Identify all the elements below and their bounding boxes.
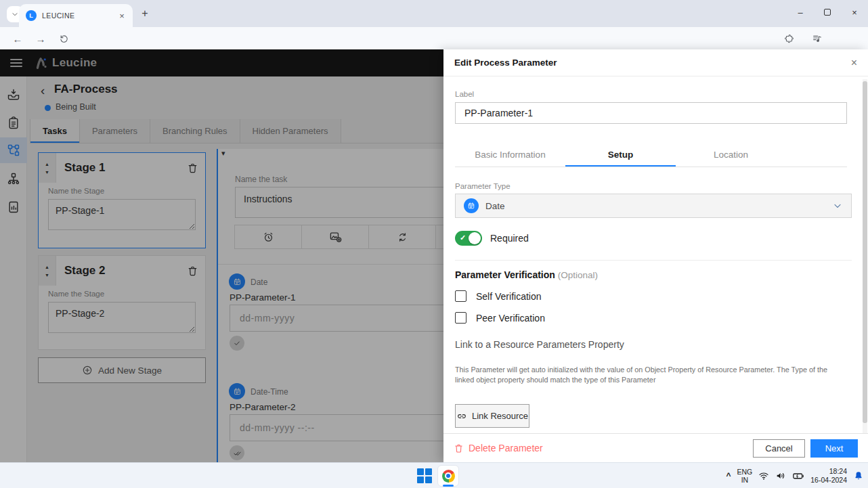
self-verification-checkbox[interactable] [455, 290, 466, 302]
active-app-indicator [443, 485, 454, 487]
reload-button[interactable] [57, 32, 70, 45]
window-close-button[interactable]: × [841, 0, 868, 24]
parameter-type-dropdown[interactable]: Date [455, 194, 852, 218]
required-label: Required [490, 233, 529, 244]
toggle-check-icon: ✓ [460, 234, 466, 242]
windows-start-button[interactable] [417, 468, 432, 483]
link-resource-heading: Link to a Resource Parameters Property [455, 339, 624, 350]
tray-date: 16-04-2024 [810, 476, 847, 485]
required-toggle[interactable]: ✓ [455, 231, 482, 246]
tab-location[interactable]: Location [676, 144, 786, 167]
link-resource-description: This Parameter will get auto initialized… [455, 365, 846, 384]
self-verification-option[interactable]: Self Verification [455, 290, 542, 302]
tab-basic-information[interactable]: Basic Information [455, 144, 565, 167]
forward-button[interactable]: → [34, 32, 47, 45]
peer-verification-option[interactable]: Peer Verification [455, 312, 545, 324]
modal-overlay[interactable] [0, 49, 443, 462]
taskbar-chrome-button[interactable] [437, 465, 459, 487]
extensions-button[interactable] [782, 32, 796, 45]
maximize-icon [824, 9, 831, 16]
panel-title: Edit Process Parameter [454, 58, 557, 68]
link-resource-label: Link Resource [472, 411, 528, 421]
chevron-down-icon [832, 200, 843, 211]
tab-title: LEUCINE [42, 12, 116, 20]
battery-charging-icon [792, 470, 804, 482]
chrome-icon [442, 470, 455, 483]
wifi-indicator[interactable] [758, 470, 769, 481]
self-verification-label: Self Verification [476, 291, 542, 302]
language-code: ENG [737, 468, 753, 476]
link-resource-button[interactable]: Link Resource [455, 404, 529, 428]
cancel-button[interactable]: Cancel [753, 439, 805, 458]
parameter-type-label: Parameter Type [455, 182, 511, 190]
verification-heading-text: Parameter Verification [455, 269, 555, 280]
panel-scrollbar [863, 79, 867, 435]
tab-close-icon[interactable]: × [116, 10, 127, 21]
system-tray: ^ ENG IN 18:24 16-04-2024 [726, 463, 865, 488]
tray-time: 18:24 [810, 467, 847, 476]
delete-parameter-button[interactable]: Delete Parameter [454, 443, 543, 453]
date-type-icon [464, 198, 479, 213]
toggle-knob [469, 232, 481, 244]
volume-indicator[interactable] [775, 470, 786, 481]
wifi-icon [758, 470, 769, 481]
trash-icon [454, 443, 464, 453]
media-hub-button[interactable] [810, 32, 824, 45]
region-code: IN [737, 476, 753, 484]
clock[interactable]: 18:24 16-04-2024 [810, 467, 847, 485]
browser-tab-strip: L LEUCINE × + – × [0, 0, 868, 27]
peer-verification-label: Peer Verification [476, 313, 545, 324]
puzzle-icon [784, 34, 794, 44]
panel-tabs: Basic Information Setup Location [455, 144, 847, 167]
label-field-input[interactable] [455, 102, 847, 124]
calendar-icon [467, 202, 475, 210]
new-tab-button[interactable]: + [138, 7, 152, 20]
chevron-down-icon [11, 10, 19, 18]
verification-optional-text: (Optional) [558, 270, 598, 280]
edit-process-parameter-panel: Edit Process Parameter × Label Basic Inf… [443, 49, 868, 462]
label-field-label: Label [455, 90, 474, 98]
tray-expand-icon[interactable]: ^ [726, 471, 731, 481]
language-indicator[interactable]: ENG IN [737, 468, 753, 484]
verification-heading: Parameter Verification (Optional) [455, 269, 598, 280]
battery-indicator[interactable] [792, 470, 804, 482]
notification-bell-icon [853, 470, 864, 481]
window-minimize-button[interactable]: – [787, 0, 814, 24]
scrollbar-thumb[interactable] [863, 81, 867, 423]
media-playlist-icon [812, 33, 823, 44]
back-button[interactable]: ← [11, 32, 24, 45]
window-maximize-button[interactable] [814, 0, 841, 24]
notifications-button[interactable] [853, 470, 864, 481]
leucine-favicon-icon: L [26, 10, 37, 21]
parameter-type-value: Date [485, 201, 832, 211]
panel-footer: Delete Parameter Cancel Next [443, 433, 868, 462]
panel-header: Edit Process Parameter × [443, 49, 868, 76]
windows-taskbar: ^ ENG IN 18:24 16-04-2024 [0, 462, 868, 488]
delete-parameter-label: Delete Parameter [469, 443, 543, 453]
reload-icon [59, 34, 69, 44]
next-button[interactable]: Next [810, 439, 858, 458]
browser-navbar: ← → csv.platform.leucinetech.com/checkli… [0, 27, 868, 49]
peer-verification-checkbox[interactable] [455, 312, 466, 324]
required-toggle-row: ✓ Required [455, 231, 529, 246]
link-icon [456, 411, 467, 422]
section-divider [455, 260, 852, 261]
window-controls: – × [787, 0, 868, 24]
tab-setup[interactable]: Setup [565, 144, 676, 167]
panel-close-icon[interactable]: × [851, 57, 857, 69]
browser-tab[interactable]: L LEUCINE × [19, 4, 133, 27]
speaker-icon [775, 470, 786, 481]
